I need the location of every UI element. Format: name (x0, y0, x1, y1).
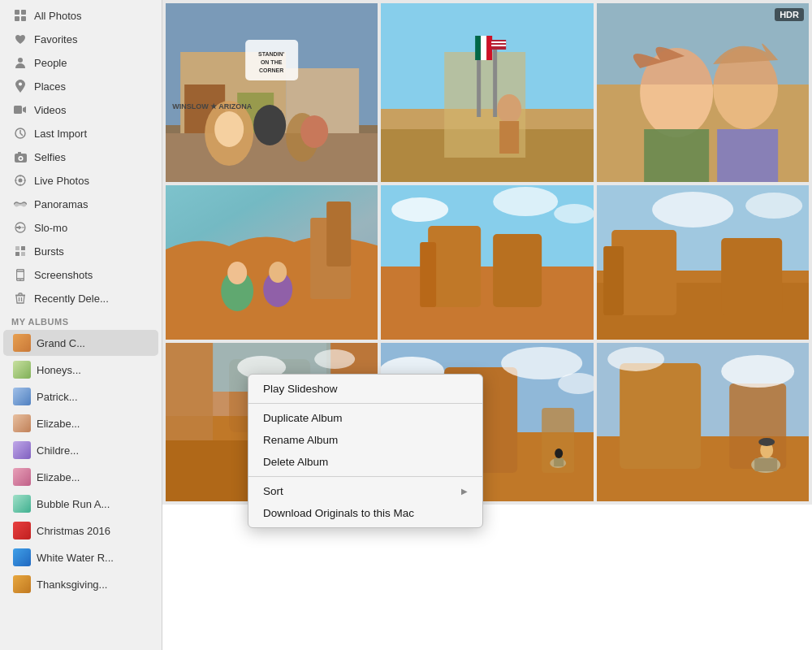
svg-rect-2 (15, 16, 19, 21)
sidebar-item-bursts[interactable]: Bursts (3, 240, 158, 262)
context-menu-separator (248, 403, 482, 404)
svg-point-125 (607, 347, 664, 371)
svg-text:CORNER: CORNER (259, 67, 283, 73)
svg-point-92 (652, 192, 733, 228)
photo-cell[interactable] (381, 3, 593, 182)
svg-rect-11 (18, 152, 21, 154)
photo-cell[interactable] (597, 343, 809, 501)
sidebar-item-label: Places (34, 80, 66, 93)
svg-rect-3 (21, 16, 26, 21)
svg-rect-23 (15, 252, 19, 256)
context-menu-rename-album[interactable]: Rename Album (248, 429, 482, 451)
svg-text:ON THE: ON THE (261, 59, 283, 65)
svg-rect-54 (493, 40, 497, 117)
sidebar-item-live-photos[interactable]: Live Photos (3, 169, 158, 192)
trash-icon (13, 291, 28, 306)
svg-point-85 (554, 204, 593, 223)
context-menu-download-originals[interactable]: Download Originals to this Mac (248, 502, 482, 524)
context-menu-sort[interactable]: Sort ▶ (248, 480, 482, 502)
livephoto-icon (13, 173, 28, 188)
sidebar-item-label: Videos (34, 104, 67, 116)
svg-rect-73 (326, 202, 351, 266)
sidebar-item-thanksgiving[interactable]: Thanksgiving... (3, 571, 158, 597)
sidebar-item-selfies[interactable]: Selfies (3, 145, 158, 168)
sidebar-item-label: Live Photos (34, 175, 89, 187)
album-thumbnail (13, 388, 31, 405)
sidebar-item-screenshots[interactable]: Screenshots (3, 263, 158, 286)
selfie-camera-icon (13, 150, 28, 164)
burst-icon (13, 244, 28, 258)
sidebar-item-elizabeth2[interactable]: Elizabe... (3, 464, 158, 490)
svg-rect-59 (491, 41, 506, 43)
sidebar-item-honeymoon[interactable]: Honeys... (3, 357, 158, 383)
svg-point-76 (227, 262, 247, 284)
sidebar-item-all-photos[interactable]: All Photos (3, 4, 158, 27)
sidebar-item-patrick[interactable]: Patrick... (3, 384, 158, 410)
context-menu-item-label: Rename Album (263, 434, 338, 446)
sidebar-item-label: People (34, 57, 67, 69)
sidebar-item-elizabeth1[interactable]: Elizabe... (3, 410, 158, 436)
panorama-icon (13, 197, 28, 211)
sidebar-item-label: Favorites (34, 33, 77, 46)
photo-grid-icon (13, 8, 28, 23)
sidebar-item-recently-deleted[interactable]: Recently Dele... (3, 287, 158, 310)
svg-point-13 (19, 179, 23, 183)
sidebar-item-places[interactable]: Places (3, 75, 158, 98)
svg-rect-22 (21, 246, 25, 250)
sidebar-item-label: Thanksgiving... (37, 578, 107, 591)
sidebar-item-slo-mo[interactable]: Slo-mo (3, 216, 158, 239)
album-thumbnail (13, 575, 31, 593)
svg-rect-0 (15, 10, 19, 15)
context-menu-play-slideshow[interactable]: Play Slideshow (248, 378, 482, 400)
svg-rect-82 (493, 234, 542, 307)
svg-point-61 (497, 94, 521, 124)
sidebar-item-whitewater[interactable]: White Water R... (3, 544, 158, 570)
sidebar-item-christmas2016[interactable]: Christmas 2016 (3, 518, 158, 544)
svg-point-46 (253, 105, 286, 145)
svg-point-93 (745, 193, 802, 219)
sidebar-item-label: Bursts (34, 245, 64, 258)
sidebar-item-label: White Water R... (37, 552, 114, 564)
sidebar-item-people[interactable]: People (3, 51, 158, 74)
person-icon (13, 55, 28, 70)
sidebar-item-label: Grand C... (37, 337, 85, 349)
sidebar-item-videos[interactable]: Videos (3, 98, 158, 121)
svg-rect-60 (491, 45, 506, 46)
slowmo-icon (13, 220, 28, 235)
svg-point-45 (214, 111, 244, 147)
sidebar-item-last-import[interactable]: Last Import (3, 122, 158, 145)
sidebar-item-children[interactable]: Childre... (3, 437, 158, 463)
svg-rect-55 (475, 36, 481, 60)
svg-rect-1 (21, 10, 26, 15)
sidebar-item-label: Recently Dele... (34, 292, 109, 305)
sidebar-item-favorites[interactable]: Favorites (3, 28, 158, 50)
photo-cell[interactable]: HDR (597, 3, 809, 182)
sidebar-item-label: Last Import (34, 128, 87, 140)
sidebar-item-grand-canyon[interactable]: Grand C... (3, 330, 158, 356)
photo-cell[interactable] (381, 185, 593, 340)
context-menu-item-label: Download Originals to this Mac (263, 507, 414, 519)
clock-icon (13, 126, 28, 141)
photo-cell[interactable]: STANDIN' ON THE CORNER WINSLOW ★ ARIZONA (166, 3, 378, 182)
svg-point-28 (19, 279, 21, 280)
album-thumbnail (13, 441, 31, 459)
photo-cell[interactable] (597, 185, 809, 340)
svg-point-77 (269, 262, 287, 283)
sidebar-item-label: Slo-mo (34, 222, 67, 234)
svg-rect-56 (481, 36, 486, 60)
albums-section-header: My Albums (0, 310, 162, 329)
album-thumbnail (13, 334, 31, 352)
sidebar-item-label: All Photos (34, 10, 82, 22)
svg-point-5 (19, 83, 22, 86)
sidebar-item-label: Elizabe... (37, 418, 80, 430)
photo-cell[interactable] (166, 185, 378, 340)
sidebar-item-panoramas[interactable]: Panoramas (3, 193, 158, 215)
sidebar: All Photos Favorites People Places (0, 0, 162, 650)
album-thumbnail (13, 414, 31, 432)
svg-point-47 (300, 115, 328, 148)
context-menu-item-label: Play Slideshow (263, 383, 338, 395)
context-menu-delete-album[interactable]: Delete Album (248, 451, 482, 473)
context-menu-duplicate-album[interactable]: Duplicate Album (248, 407, 482, 429)
sidebar-item-bubble-run[interactable]: Bubble Run A... (3, 491, 158, 517)
sidebar-item-label: Selfies (34, 151, 66, 163)
